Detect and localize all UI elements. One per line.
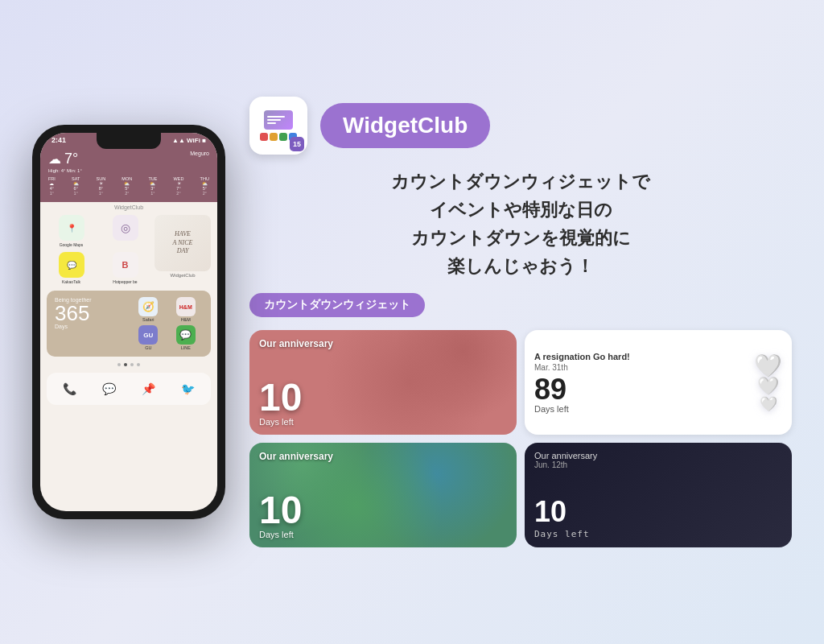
app-hotpepper: B Hotpepper be	[101, 252, 150, 284]
mini-app-line: 💬 LINE	[169, 325, 204, 350]
widgets-grid: Our anniversary 10 Days left A resignati…	[249, 330, 792, 547]
icon-line-2	[267, 119, 281, 121]
brand-header: 15 WidgetClub	[249, 97, 792, 155]
widget-resign-title: A resignation Go hard!	[534, 352, 748, 361]
app-google-maps: 📍 Google Maps	[47, 215, 96, 247]
dot-3	[130, 363, 134, 366]
mini-app-safari: 🧭 Safari	[131, 297, 166, 322]
widget-hearts-side: 🤍 🤍 🤍	[754, 353, 782, 413]
widget-overlay-1: Our anniversary 10 Days left	[249, 330, 517, 435]
widget-dark-title: Our anniversary	[534, 451, 782, 460]
together-widget-info: Being together 365 Days	[55, 297, 126, 350]
app-circle2: ◎	[101, 215, 150, 247]
dot-2	[124, 363, 127, 366]
widget-anniversary-title-3: Our anniversary	[259, 451, 507, 462]
weather-days: FRI☁4°1° SAT⛅6°1° SUN☀8°1° MON⛅5°2° TUE⛅…	[48, 176, 209, 196]
countdown-label: カウントダウンウィジェット	[249, 293, 425, 317]
widget-text-side: A resignation Go hard! Mar. 31th 89 Days…	[534, 352, 748, 414]
widget-overlay-4: Our anniversary Jun. 12th 10 Days left	[525, 443, 792, 547]
apps-grid: 📍 Google Maps ◎ HAVEA NICEDAY WidgetClub	[40, 212, 217, 287]
dock-message: 💬	[98, 378, 121, 400]
widget-overlay-3: Our anniversary 10 Days left	[249, 443, 517, 547]
dock-phone: 📞	[59, 378, 81, 400]
phone-time: 2:41	[52, 136, 66, 144]
icon-dot-red	[260, 133, 268, 141]
widget-anniversary-rose[interactable]: Our anniversary 10 Days left	[249, 330, 517, 435]
dock-twitter: 🐦	[177, 378, 200, 400]
mini-app-hm: H&M H&M	[169, 297, 204, 322]
widget-resignation-inner: A resignation Go hard! Mar. 31th 89 Days…	[525, 330, 792, 435]
section-label-wrapper: カウントダウンウィジェット	[249, 293, 792, 317]
icon-dot-orange	[270, 133, 278, 141]
phone-notch	[97, 133, 161, 149]
weather-location: Meguro	[190, 151, 209, 156]
widget-resignation[interactable]: A resignation Go hard! Mar. 31th 89 Days…	[525, 330, 792, 435]
status-icons: ▲▲ WiFi ■	[172, 137, 206, 144]
weather-temp: 7°	[64, 151, 78, 167]
main-container: 2:41 ▲▲ WiFi ■ ☁ 7° High: 4° Min: 1°	[0, 0, 824, 644]
phone-section: 2:41 ▲▲ WiFi ■ ☁ 7° High: 4° Min: 1°	[32, 125, 225, 519]
widget-resign-date: Mar. 31th	[534, 363, 748, 372]
brand-name-pill[interactable]: WidgetClub	[320, 103, 490, 148]
widget-resign-days: Days left	[534, 404, 748, 414]
widget-days-left-1: Days left	[259, 417, 507, 427]
app-icon-large: 15	[249, 97, 307, 155]
have-nice-day-widget: HAVEA NICEDAY WidgetClub	[154, 215, 211, 284]
widget-number-1: 10	[259, 378, 507, 417]
dot-1	[117, 363, 121, 366]
heart-3d-2: 🤍	[757, 376, 779, 397]
dock-pinterest: 📌	[138, 378, 160, 400]
heart-3d-3: 🤍	[760, 395, 777, 413]
widget-dark-header: Our anniversary Jun. 12th	[534, 451, 782, 469]
app-kakaotalk: 💬 KakaoTalk	[47, 252, 96, 284]
widget-dark-num: 10	[534, 495, 782, 529]
together-widget: Being together 365 Days 🧭 Safari H&M H&M	[47, 291, 211, 357]
widget-number-3: 10	[259, 491, 507, 530]
widget-resign-num: 89	[534, 375, 748, 404]
widget-dark-date: Jun. 12th	[534, 460, 782, 469]
icon-dot-green	[279, 133, 287, 141]
together-label: Being together	[55, 297, 126, 303]
phone-frame: 2:41 ▲▲ WiFi ■ ☁ 7° High: 4° Min: 1°	[32, 125, 225, 519]
widget-dark-days: Days left	[534, 529, 782, 539]
weather-hi-lo: High: 4° Min: 1°	[48, 168, 82, 173]
icon-badge: 15	[290, 137, 304, 151]
page-dots	[40, 360, 217, 369]
dot-4	[137, 363, 140, 366]
phone-dock: 📞 💬 📌 🐦	[47, 373, 211, 405]
icon-line-3	[267, 122, 276, 124]
widget-anniversary-dark[interactable]: Our anniversary Jun. 12th 10 Days left	[525, 443, 792, 547]
mini-apps-grid: 🧭 Safari H&M H&M GU GU 💬	[131, 297, 203, 350]
together-days: 365	[55, 303, 126, 324]
icon-lines	[264, 110, 293, 130]
widget-days-left-3: Days left	[259, 530, 507, 539]
info-section: 15 WidgetClub カウントダウンウィジェットで イベントや特別な日の …	[249, 97, 792, 548]
icon-line-1	[267, 116, 285, 118]
widget-anniversary-monet[interactable]: Our anniversary 10 Days left	[249, 443, 517, 547]
mini-app-gu: GU GU	[131, 325, 166, 350]
weather-widget: ☁ 7° High: 4° Min: 1° Meguro FRI☁4°1° SA…	[40, 146, 217, 202]
widget-anniversary-title-1: Our anniversary	[259, 338, 507, 349]
main-title: カウントダウンウィジェットで イベントや特別な日の カウントダウンを視覚的に 楽…	[249, 167, 792, 281]
phone-screen: 2:41 ▲▲ WiFi ■ ☁ 7° High: 4° Min: 1°	[40, 133, 217, 511]
together-days-label: Days	[55, 324, 126, 329]
widgetclub-label-phone: WidgetClub	[40, 202, 217, 212]
